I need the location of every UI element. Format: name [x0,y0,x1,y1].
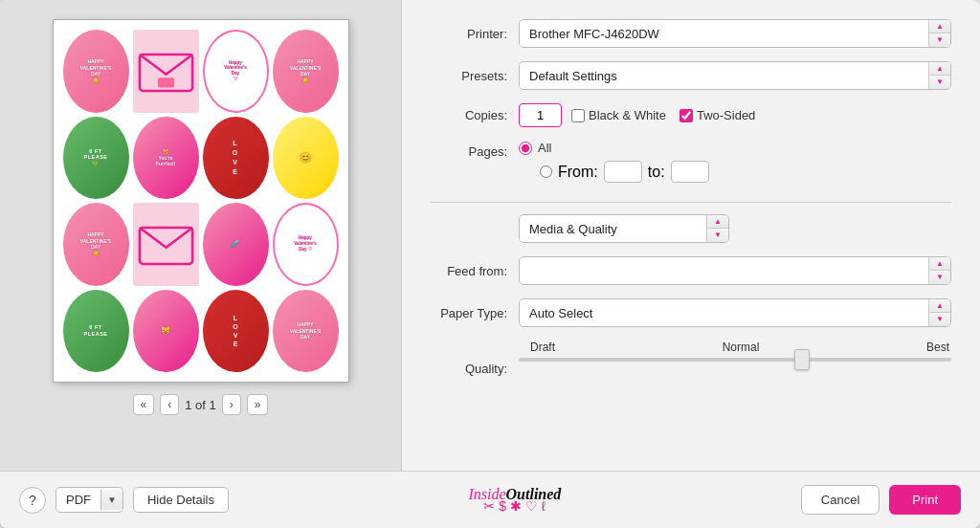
sticker-16: HAPPYVALENTINE'SDAY [273,290,339,373]
paper-type-row: Paper Type: Auto Select ▲ ▼ [431,298,951,327]
sticker-9: HAPPYVALENTINE'SDAY😊 [63,203,129,286]
hide-details-button[interactable]: Hide Details [133,487,229,513]
sticker-5: 6 FTPLEASE💚 [63,117,129,200]
sticker-13: 6 FTPLEASE [63,290,129,373]
copies-row: Copies: 1 Black & White Two-Sided [431,103,951,127]
printer-stepper: ▲ ▼ [928,20,950,47]
paper-type-down-button[interactable]: ▼ [929,313,950,326]
quality-slider[interactable] [519,358,951,362]
black-white-checkbox[interactable] [571,109,585,122]
preview-panel: HAPPYVALENTINE'SDAY😊 HappyValentine'sDay… [0,0,402,471]
media-quality-select[interactable]: Media & Quality ▲ ▼ [519,214,729,243]
two-sided-option[interactable]: Two-Sided [679,108,755,122]
pages-control: All From: 1 to: 1 [519,141,951,183]
quality-label: Quality: [431,362,507,376]
sticker-10 [133,203,199,286]
quality-row: Quality: Draft Normal Best [431,341,951,376]
paper-type-label: Paper Type: [431,306,507,320]
pages-from-label: From: [558,164,598,181]
page-indicator: 1 of 1 [185,398,216,412]
pages-label: Pages: [431,144,507,159]
pages-all-option[interactable]: All [519,141,709,155]
feed-from-row: Feed from: ▲ ▼ [431,256,951,285]
presets-select[interactable]: Default Settings ▲ ▼ [519,61,951,90]
presets-control: Default Settings ▲ ▼ [519,61,951,90]
pages-from-input[interactable]: 1 [604,161,642,183]
media-quality-stepper: ▲ ▼ [706,215,728,242]
feed-from-control: ▲ ▼ [519,256,951,285]
copies-options: Black & White Two-Sided [571,108,755,122]
presets-up-button[interactable]: ▲ [929,62,950,76]
paper-type-up-button[interactable]: ▲ [929,299,950,313]
presets-down-button[interactable]: ▼ [929,76,950,89]
feed-from-up-button[interactable]: ▲ [929,257,950,271]
pages-row: Pages: All From: 1 to: 1 [431,141,951,183]
bottom-bar: ? PDF ▼ Hide Details InsideOutlined ✂ $ … [0,471,980,528]
black-white-option[interactable]: Black & White [571,108,666,122]
sticker-1: HAPPYVALENTINE'SDAY😊 [63,30,129,113]
feed-from-value [520,266,928,275]
printer-label: Printer: [431,27,507,41]
quality-control: Draft Normal Best [519,341,951,362]
printer-value: Brother MFC-J4620DW [520,22,928,46]
pages-all-radio[interactable] [519,142,532,155]
last-page-button[interactable]: » [247,394,269,415]
print-dialog: HAPPYVALENTINE'SDAY😊 HappyValentine'sDay… [0,0,980,528]
feed-from-stepper: ▲ ▼ [928,257,950,284]
paper-type-stepper: ▲ ▼ [928,299,950,326]
sticker-7: LOVE [203,117,269,200]
paper-type-control: Auto Select ▲ ▼ [519,298,951,327]
copies-input[interactable]: 1 [519,103,562,127]
copies-control: 1 Black & White Two-Sided [519,103,951,127]
pages-range-radio[interactable] [540,165,552,178]
copies-label: Copies: [431,108,507,122]
settings-panel: Printer: Brother MFC-J4620DW ▲ ▼ Presets… [402,0,980,471]
two-sided-checkbox[interactable] [679,109,693,122]
next-page-button[interactable]: › [222,394,241,415]
printer-row: Printer: Brother MFC-J4620DW ▲ ▼ [431,19,951,48]
prev-page-button[interactable]: ‹ [160,394,179,415]
pages-to-input[interactable]: 1 [671,161,709,183]
pages-options: All From: 1 to: 1 [519,141,709,183]
presets-row: Presets: Default Settings ▲ ▼ [431,61,951,90]
two-sided-label: Two-Sided [697,108,755,122]
help-button[interactable]: ? [19,487,46,514]
svg-rect-1 [157,77,173,87]
logo-area: InsideOutlined ✂ $ ✱ ♡ ℓ [238,487,791,514]
sticker-2 [133,30,199,113]
sticker-12: HappyValentine'sDay ♡ [273,203,339,286]
sticker-14: 😸 [133,290,199,373]
pdf-group: PDF ▼ [56,487,123,513]
cancel-button[interactable]: Cancel [801,485,880,515]
media-quality-row: Media & Quality ▲ ▼ [519,214,951,243]
sticker-4: HAPPYVALENTINE'SDAY😊 [273,30,339,113]
black-white-label: Black & White [589,108,666,122]
presets-value: Default Settings [520,64,928,88]
first-page-button[interactable]: « [133,394,155,415]
sticker-8: 😊 [273,117,339,200]
logo: InsideOutlined ✂ $ ✱ ♡ ℓ [468,487,561,514]
sticker-11: 🧪 [203,203,269,286]
sticker-3: HappyValentine'sDay♡ [203,30,269,113]
print-button[interactable]: Print [889,485,961,515]
media-quality-down-button[interactable]: ▼ [707,229,728,242]
sticker-6: 🐱You'rePurrfect! [133,117,199,200]
divider-1 [431,202,951,203]
print-preview: HAPPYVALENTINE'SDAY😊 HappyValentine'sDay… [53,19,349,383]
pdf-arrow-button[interactable]: ▼ [100,490,122,510]
media-quality-value: Media & Quality [520,217,706,241]
feed-from-down-button[interactable]: ▼ [929,271,950,284]
pdf-label: PDF [56,488,100,512]
printer-select[interactable]: Brother MFC-J4620DW ▲ ▼ [519,19,951,48]
presets-stepper: ▲ ▼ [928,62,950,89]
feed-from-label: Feed from: [431,264,507,278]
printer-up-button[interactable]: ▲ [929,20,950,33]
paper-type-select[interactable]: Auto Select ▲ ▼ [519,298,951,327]
printer-down-button[interactable]: ▼ [929,33,950,47]
printer-control: Brother MFC-J4620DW ▲ ▼ [519,19,951,48]
page-navigation: « ‹ 1 of 1 › » [133,394,269,415]
presets-label: Presets: [431,69,507,83]
media-quality-up-button[interactable]: ▲ [707,215,728,229]
pages-all-label: All [538,141,551,155]
feed-from-select[interactable]: ▲ ▼ [519,256,951,285]
